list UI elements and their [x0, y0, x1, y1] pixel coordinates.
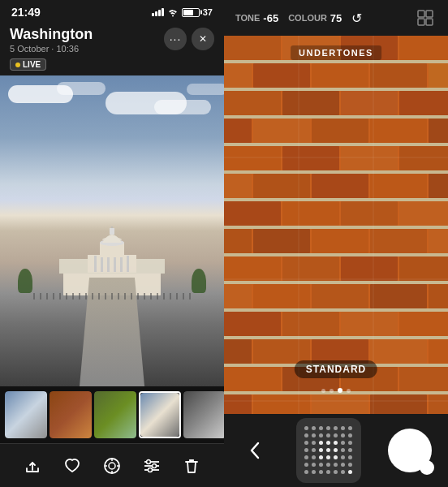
filter-selector[interactable] — [296, 418, 361, 483]
svg-rect-63 — [224, 143, 448, 146]
svg-rect-96 — [312, 284, 368, 308]
more-button[interactable]: ··· — [164, 28, 187, 50]
svg-rect-55 — [399, 91, 448, 115]
svg-rect-94 — [224, 284, 252, 308]
svg-rect-93 — [224, 281, 448, 284]
svg-rect-58 — [224, 119, 252, 143]
svg-rect-87 — [224, 253, 448, 256]
svg-rect-97 — [370, 284, 427, 308]
svg-rect-119 — [253, 394, 310, 414]
svg-rect-71 — [253, 174, 310, 198]
svg-rect-100 — [224, 312, 281, 336]
svg-rect-60 — [312, 119, 368, 143]
svg-rect-78 — [341, 201, 398, 226]
svg-rect-66 — [341, 146, 398, 170]
select-button[interactable] — [388, 429, 432, 472]
tree-left — [18, 269, 32, 293]
svg-rect-81 — [224, 226, 448, 229]
svg-rect-105 — [224, 336, 448, 339]
album-date: 5 October · 10:36 — [10, 44, 93, 54]
filter-dots-grid — [296, 418, 361, 483]
clouds — [0, 75, 224, 215]
heart-button[interactable] — [58, 451, 87, 481]
svg-point-20 — [109, 463, 115, 469]
svg-rect-10 — [120, 256, 123, 272]
svg-rect-34 — [426, 19, 433, 25]
thumbnail-item[interactable] — [5, 391, 47, 438]
more-icon: ··· — [170, 32, 182, 45]
svg-rect-45 — [224, 60, 448, 63]
close-icon: ✕ — [199, 33, 207, 45]
thumbnail-item[interactable] — [50, 391, 92, 438]
svg-rect-33 — [418, 19, 424, 25]
svg-point-28 — [146, 459, 150, 463]
undertones-label: UNDERTONES — [291, 45, 381, 60]
svg-rect-101 — [282, 312, 339, 336]
dot-3 — [338, 388, 342, 393]
svg-rect-6 — [94, 256, 97, 272]
thumbnail-item[interactable] — [94, 391, 136, 438]
svg-rect-3 — [59, 259, 88, 274]
battery-percentage: 37 — [203, 7, 213, 17]
svg-point-29 — [152, 463, 156, 468]
svg-rect-50 — [429, 63, 448, 88]
brick-wall — [224, 36, 448, 414]
svg-rect-112 — [224, 367, 281, 391]
close-button[interactable]: ✕ — [192, 28, 214, 50]
colour-label: COLOUR — [288, 13, 327, 23]
svg-rect-4 — [136, 259, 165, 274]
svg-rect-40 — [224, 36, 281, 60]
svg-rect-46 — [224, 63, 252, 88]
bottom-toolbar — [0, 443, 224, 487]
wifi-icon — [167, 8, 179, 17]
page-dots — [321, 388, 351, 393]
back-button[interactable] — [240, 436, 269, 465]
svg-rect-51 — [224, 88, 448, 91]
thumbnail-strip — [0, 386, 224, 443]
colour-value: 75 — [330, 12, 342, 24]
people-crowd — [33, 293, 190, 300]
svg-rect-79 — [399, 201, 448, 226]
svg-rect-43 — [399, 36, 448, 60]
battery-icon — [182, 8, 200, 17]
share-button[interactable] — [18, 451, 47, 481]
svg-rect-69 — [224, 170, 448, 174]
svg-rect-102 — [341, 312, 398, 336]
reset-button[interactable]: ↺ — [351, 11, 362, 26]
thumbnail-item[interactable] — [183, 391, 224, 438]
photo-header: Washington 5 October · 10:36 ··· ✕ — [0, 23, 224, 58]
live-label: LIVE — [23, 60, 41, 69]
tree-right — [192, 269, 206, 293]
adjust-button[interactable] — [137, 451, 166, 481]
svg-rect-98 — [429, 284, 448, 308]
svg-rect-54 — [341, 91, 398, 115]
svg-rect-91 — [399, 256, 448, 281]
colour-control: COLOUR 75 — [288, 12, 342, 24]
svg-rect-75 — [224, 198, 448, 201]
svg-rect-70 — [224, 174, 252, 198]
svg-rect-109 — [370, 339, 427, 364]
svg-rect-62 — [429, 119, 448, 143]
thumbnail-item[interactable] — [139, 391, 181, 438]
main-photo — [0, 75, 224, 386]
svg-rect-121 — [370, 394, 427, 414]
tone-label: TONE — [235, 13, 260, 23]
dot-4 — [347, 389, 351, 393]
svg-rect-115 — [399, 367, 448, 391]
right-panel: TONE -65 COLOUR 75 ↺ — [224, 0, 448, 487]
header-actions: ··· ✕ — [164, 28, 214, 50]
svg-rect-106 — [224, 339, 252, 364]
svg-rect-83 — [253, 229, 310, 253]
svg-rect-64 — [224, 146, 281, 170]
grid-toggle-button[interactable] — [414, 6, 437, 29]
svg-rect-118 — [224, 394, 252, 414]
svg-rect-9 — [114, 256, 116, 272]
svg-rect-82 — [224, 229, 252, 253]
live-edit-button[interactable] — [97, 451, 127, 481]
svg-rect-88 — [224, 256, 281, 281]
delete-button[interactable] — [177, 451, 206, 481]
svg-rect-74 — [429, 174, 448, 198]
album-title: Washington — [10, 26, 93, 43]
status-bar: 21:49 37 — [0, 0, 224, 23]
svg-rect-76 — [224, 201, 281, 226]
